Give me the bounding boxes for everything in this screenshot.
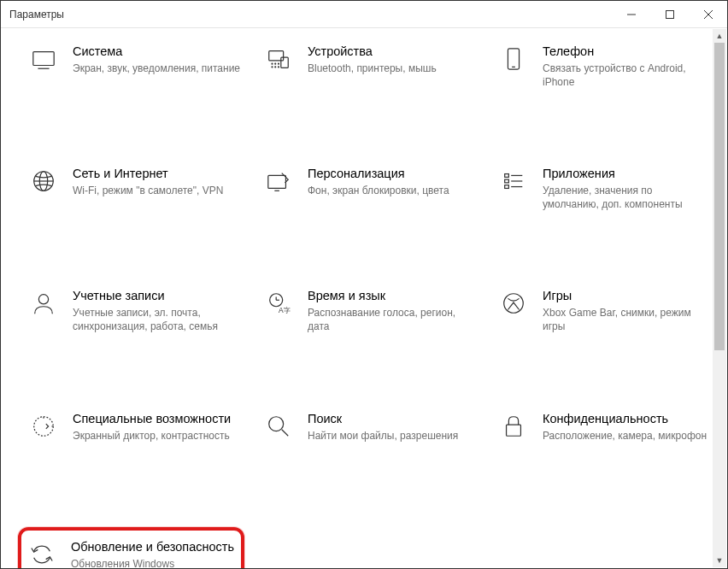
tile-title: Поиск [308, 411, 458, 427]
svg-point-12 [275, 67, 276, 67]
scroll-thumb[interactable] [714, 43, 725, 350]
tile-title: Телефон [543, 44, 711, 60]
tile-desc: Найти мои файлы, разрешения [308, 429, 458, 443]
tile-title: Время и язык [308, 288, 476, 304]
tile-desc: Учетные записи, эл. почта, синхронизация… [73, 306, 241, 333]
tile-desc: Расположение, камера, микрофон [543, 429, 707, 443]
tile-phone[interactable]: Телефон Связать устройство с Android, iP… [496, 38, 714, 94]
tile-title: Сеть и Интернет [73, 166, 223, 182]
apps-icon [500, 167, 527, 195]
svg-point-34 [269, 416, 284, 431]
settings-content: Система Экран, звук, уведомления, питани… [1, 28, 727, 568]
tile-gaming[interactable]: Игры Xbox Game Bar, снимки, режим игры [496, 283, 714, 338]
tile-privacy[interactable]: Конфиденциальность Расположение, камера,… [496, 406, 714, 460]
phone-icon [500, 45, 527, 73]
tile-title: Конфиденциальность [543, 411, 707, 427]
tile-title: Приложения [543, 166, 711, 182]
svg-rect-36 [507, 425, 521, 436]
settings-grid: Система Экран, звук, уведомления, питани… [26, 38, 710, 568]
svg-point-13 [279, 67, 279, 67]
accounts-icon [30, 290, 57, 317]
tile-title: Обновление и безопасность [71, 539, 234, 555]
tile-search[interactable]: Поиск Найти мои файлы, разрешения [261, 406, 479, 460]
scroll-down-icon[interactable]: ▼ [713, 554, 726, 567]
tile-title: Учетные записи [73, 288, 241, 304]
svg-point-11 [272, 67, 273, 67]
tile-title: Персонализация [308, 166, 449, 182]
tile-desc: Wi-Fi, режим "в самолете", VPN [73, 184, 223, 197]
time-icon: A字 [265, 290, 292, 317]
tile-title: Устройства [308, 44, 437, 60]
window-controls [612, 1, 727, 27]
scroll-up-icon[interactable]: ▲ [713, 29, 726, 43]
tile-desc: Xbox Game Bar, снимки, режим игры [543, 306, 711, 333]
svg-text:A字: A字 [279, 307, 291, 315]
minimize-button[interactable] [612, 1, 650, 27]
tile-desc: Обновления Windows [71, 557, 234, 569]
tile-network[interactable]: Сеть и Интернет Wi-Fi, режим "в самолете… [26, 161, 244, 216]
close-button[interactable] [689, 1, 727, 27]
tile-desc: Удаление, значения по умолчанию, доп. ко… [543, 184, 711, 211]
tile-system[interactable]: Система Экран, звук, уведомления, питани… [26, 38, 244, 94]
tile-desc: Экранный диктор, контрастность [73, 429, 231, 443]
personalization-icon [265, 167, 292, 195]
tile-apps[interactable]: Приложения Удаление, значения по умолчан… [496, 161, 714, 216]
tile-personalization[interactable]: Персонализация Фон, экран блокировки, цв… [261, 161, 479, 216]
tile-title: Специальные возможности [73, 411, 231, 427]
network-icon [30, 167, 57, 195]
svg-point-33 [34, 416, 54, 436]
scrollbar[interactable]: ▲ ▼ [713, 29, 726, 567]
tile-update[interactable]: Обновление и безопасность Обновления Win… [18, 527, 244, 568]
tile-accounts[interactable]: Учетные записи Учетные записи, эл. почта… [26, 283, 244, 338]
privacy-icon [500, 413, 527, 440]
svg-point-9 [275, 63, 276, 64]
titlebar: Параметры [1, 1, 727, 28]
tile-desc: Фон, экран блокировки, цвета [308, 184, 449, 197]
svg-rect-19 [268, 176, 286, 189]
gaming-icon [500, 290, 527, 317]
tile-title: Система [73, 44, 240, 60]
tile-desc: Распознавание голоса, регион, дата [308, 306, 476, 333]
svg-rect-1 [666, 10, 673, 18]
svg-rect-25 [505, 185, 509, 189]
tile-time[interactable]: A字 Время и язык Распознавание голоса, ре… [261, 283, 479, 338]
search-icon [265, 413, 292, 440]
system-icon [30, 45, 57, 73]
window-title: Параметры [9, 9, 64, 21]
tile-title: Игры [543, 288, 711, 304]
svg-rect-23 [505, 179, 509, 183]
tile-devices[interactable]: Устройства Bluetooth, принтеры, мышь [261, 38, 479, 94]
maximize-button[interactable] [650, 1, 689, 27]
svg-point-8 [272, 63, 273, 64]
svg-rect-14 [508, 49, 519, 69]
devices-icon [265, 45, 292, 73]
tile-desc: Bluetooth, принтеры, мышь [308, 62, 437, 75]
svg-point-27 [38, 295, 48, 304]
svg-point-10 [279, 63, 279, 64]
svg-rect-21 [505, 174, 509, 178]
svg-rect-4 [33, 52, 54, 66]
update-icon [28, 541, 56, 568]
svg-line-35 [282, 429, 289, 436]
easeofaccess-icon [30, 413, 57, 440]
svg-rect-7 [281, 57, 288, 67]
tile-desc: Связать устройство с Android, iPhone [543, 62, 711, 89]
tile-easeofaccess[interactable]: Специальные возможности Экранный диктор,… [26, 406, 244, 460]
tile-desc: Экран, звук, уведомления, питание [73, 62, 240, 75]
